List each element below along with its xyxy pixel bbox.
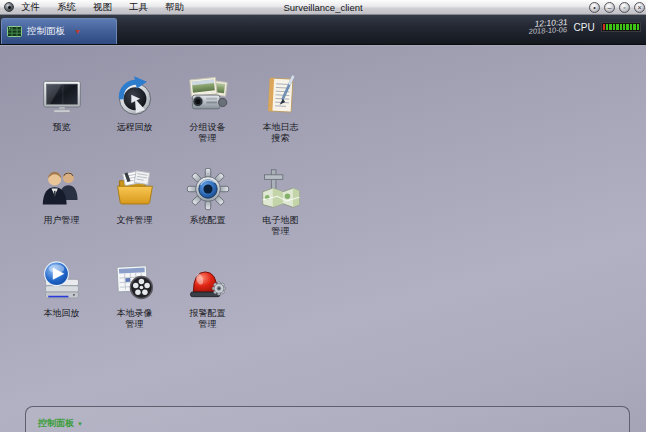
panel-item-local-playback[interactable]: 本地回放 [25,260,98,330]
panel-item-label: 电子地图 管理 [263,215,299,237]
remote-playback-icon [112,74,158,118]
clock: 12:10:31 2018-10-06 [529,18,569,36]
window-controls: • – ▫ × [589,2,645,13]
users-icon [39,167,85,211]
minimize-button[interactable]: – [604,2,615,13]
cpu-label: CPU [574,22,595,33]
panel-item-label: 本地录像 管理 [117,308,153,330]
pin-button[interactable]: • [589,2,600,13]
status-arrow-icon: ▼ [77,421,83,427]
panel-item-local-recording[interactable]: 本地录像 管理 [98,260,171,330]
icon-row-2: 用户管理 文件管理 [25,167,317,237]
device-group-icon [185,74,231,118]
panel-item-device-group[interactable]: 分组设备 管理 [171,74,244,144]
status-control-panel-dropdown[interactable]: 控制面板 ▼ [38,417,83,430]
panel-item-user-management[interactable]: 用户管理 [25,167,98,237]
icon-row-3: 本地回放 [25,260,244,330]
panel-item-label: 文件管理 [117,215,153,226]
panel-item-file-management[interactable]: 文件管理 [98,167,171,237]
local-playback-icon [39,260,85,304]
bottom-panel [25,406,630,432]
minimize-icon: – [608,4,612,11]
tab-control-panel[interactable]: 控制面板 ▼ [1,18,117,44]
panel-item-label: 本地日志 搜索 [263,122,299,144]
panel-item-label: 报警配置 管理 [190,308,226,330]
panel-item-label: 预览 [53,122,71,133]
panel-item-label: 用户管理 [44,215,80,226]
maximize-button[interactable]: ▫ [619,2,630,13]
panel-item-system-config[interactable]: 系统配置 [171,167,244,237]
panel-item-label: 分组设备 管理 [190,122,226,144]
panel-item-log-search[interactable]: 本地日志 搜索 [244,74,317,144]
tab-label: 控制面板 [27,25,65,38]
date-text: 2018-10-06 [529,26,568,36]
maximize-icon: ▫ [623,4,625,11]
panel-item-label: 系统配置 [190,215,226,226]
panel-item-preview[interactable]: 预览 [25,74,98,144]
alarm-icon [185,260,231,304]
menu-tools[interactable]: 工具 [129,1,148,14]
panel-item-label: 远程回放 [117,122,153,133]
panel-item-label: 本地回放 [44,308,80,319]
tabbar: 控制面板 ▼ 12:10:31 2018-10-06 CPU [0,15,646,45]
monitor-icon [39,74,85,118]
surveillance-client-window: 文件 系统 视图 工具 帮助 Surveillance_client • – ▫… [0,0,646,432]
cpu-meter [601,22,641,32]
panel-item-remote-playback[interactable]: 远程回放 [98,74,171,144]
log-search-icon [258,74,304,118]
panel-item-alarm-config[interactable]: 报警配置 管理 [171,260,244,330]
menubar: 文件 系统 视图 工具 帮助 Surveillance_client • – ▫… [0,0,646,15]
app-icon[interactable] [4,2,14,12]
control-panel-icon [7,26,22,37]
pin-icon: • [593,4,595,11]
close-icon: × [637,4,641,11]
control-panel-desktop: 预览 [0,46,646,432]
menu-help[interactable]: 帮助 [165,1,184,14]
menu-view[interactable]: 视图 [93,1,112,14]
icon-row-1: 预览 [25,74,317,144]
folder-icon [112,167,158,211]
close-button[interactable]: × [634,2,645,13]
menu-file[interactable]: 文件 [21,1,40,14]
tab-close-arrow-icon[interactable]: ▼ [74,28,81,35]
map-icon [258,167,304,211]
tabbar-info: 12:10:31 2018-10-06 CPU [529,19,641,35]
gear-icon [185,167,231,211]
film-calendar-icon [112,260,158,304]
status-label: 控制面板 [38,417,74,430]
menu-system[interactable]: 系统 [57,1,76,14]
panel-item-emap-management[interactable]: 电子地图 管理 [244,167,317,237]
